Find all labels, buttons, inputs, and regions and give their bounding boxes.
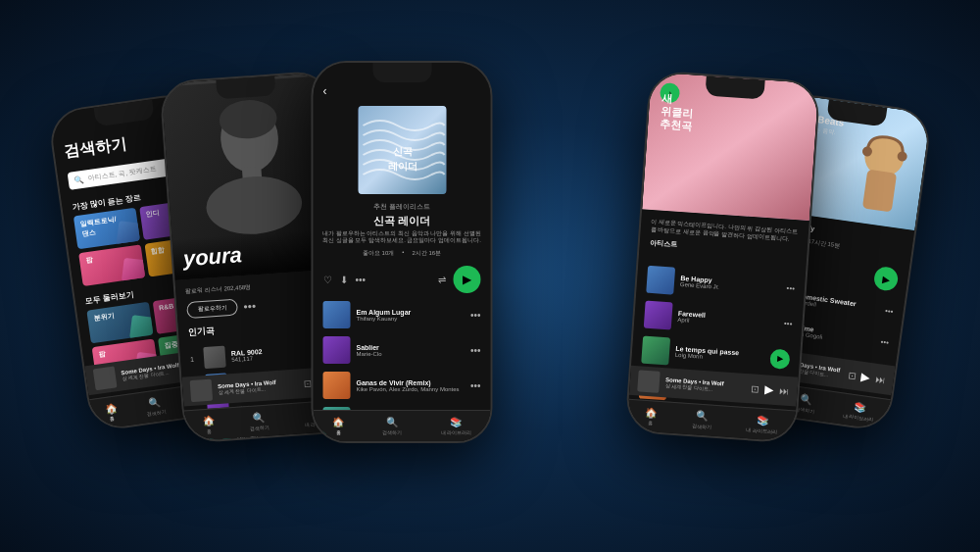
home-icon: 🏠 <box>202 415 215 427</box>
back-button[interactable]: ‹ <box>323 84 327 98</box>
search-placeholder: 아티스트, 곡, 팟캐스트 <box>87 164 157 183</box>
search-icon: 🔍 <box>800 393 812 406</box>
track-thumbnail <box>323 301 351 328</box>
now-playing-thumb <box>637 370 660 392</box>
weekly-cover: ♪ 새위클리추천곡 <box>642 72 818 221</box>
nav-search[interactable]: 🔍 검색하기 <box>691 410 711 429</box>
nav-home[interactable]: 🏠 홈 <box>332 417 344 435</box>
phone-playlist: ‹ <box>312 61 493 443</box>
track-info: Ganas de Vivir (Remix) Kike Pavón, Alex … <box>357 379 465 392</box>
track-thumbnail <box>646 265 675 294</box>
track-info: Le temps qui passe Loig Morin <box>675 345 765 364</box>
now-playing-thumb <box>190 378 213 401</box>
now-playing-info: Some Days • Ira Wolf 삼 세계 찬물 다이트... <box>121 361 182 381</box>
svg-text:레이더: 레이더 <box>387 161 416 172</box>
devices-icon[interactable]: ⊡ <box>751 382 760 394</box>
track-controls: ••• <box>786 283 795 293</box>
now-playing-thumb <box>93 366 118 390</box>
track-info: Farewell April <box>677 310 778 329</box>
play-button[interactable]: ▶ <box>769 348 790 369</box>
nav-library[interactable]: 📚 내 라이브러리 <box>441 417 471 435</box>
home-icon: 🏠 <box>332 417 344 427</box>
library-icon: 📚 <box>450 417 462 427</box>
play-icon[interactable]: ▶ <box>860 369 871 383</box>
track-controls: ••• <box>784 319 793 328</box>
playback-controls: ⊡ ▶ ⏭ <box>847 367 887 385</box>
devices-icon[interactable]: ⊡ <box>847 369 856 380</box>
more-icon[interactable]: ••• <box>470 380 481 391</box>
more-icon[interactable]: ••• <box>470 345 481 356</box>
playlist-stats: 좋아요 10개 • 2시간 16분 <box>314 245 491 262</box>
track-controls: ▶ <box>769 348 790 369</box>
playlist-main-title: 신곡 레이더 <box>314 214 491 228</box>
search-icon: 🔍 <box>74 175 84 184</box>
next-icon[interactable]: ⏭ <box>875 373 886 384</box>
home-icon: 🏠 <box>645 406 658 418</box>
track-info: Sablier Marie-Clo <box>357 344 465 357</box>
list-item[interactable]: Sablier Marie-Clo ••• <box>314 332 491 368</box>
track-info: Em Algum Lugar Thifany Kauany <box>357 309 465 322</box>
nav-library[interactable]: 📚 내 라이브러리 <box>746 414 778 434</box>
play-button[interactable]: ▶ <box>873 265 900 291</box>
search-icon: 🔍 <box>386 417 398 427</box>
genre-img <box>116 221 139 247</box>
nav-home[interactable]: 🏠 홈 <box>104 402 119 422</box>
list-item[interactable]: Ganas de Vivir (Remix) Kike Pavón, Alex … <box>314 368 491 403</box>
more-icon[interactable]: ••• <box>885 306 895 316</box>
svg-rect-13 <box>862 169 897 212</box>
search-icon: 🔍 <box>696 410 709 422</box>
library-icon: 📚 <box>854 401 866 414</box>
track-thumbnail <box>323 336 351 364</box>
nav-search[interactable]: 🔍 검색하기 <box>382 417 402 435</box>
genre-img <box>129 315 153 341</box>
playlist-description: 내가 팔로우하는 아티스트의 최신 음악과 나만을 위해 선별된 최신 싱글을 … <box>314 230 491 246</box>
genre-img <box>121 257 144 283</box>
track-info: Domestic Sweater Wardell <box>797 291 881 316</box>
more-icon[interactable]: ••• <box>784 319 793 328</box>
left-controls: ♡ ⬇ ••• <box>323 275 367 285</box>
track-info: RAL 9002 541,117 <box>231 343 322 362</box>
more-options-icon[interactable]: ••• <box>243 299 257 314</box>
more-icon[interactable]: ••• <box>786 283 795 293</box>
next-icon[interactable]: ⏭ <box>779 384 790 396</box>
genre-pop[interactable]: 팝 <box>78 244 145 286</box>
more-icon[interactable]: ••• <box>880 336 890 346</box>
more-icon[interactable]: ••• <box>470 310 481 321</box>
weekly-title: 새위클리추천곡 <box>660 92 695 133</box>
phones-container: 검색하기 🔍 아티스트, 곡, 팟캐스트 가장 많이 듣는 장르 일렉트로닉/댄… <box>20 22 960 531</box>
svg-text:신곡: 신곡 <box>392 146 412 157</box>
download-icon[interactable]: ⬇ <box>340 275 348 285</box>
now-playing-info: Some Days • Ira Wolf 삼 세계 찬물 다이트... <box>218 377 299 395</box>
nav-home[interactable]: 🏠 홈 <box>645 406 658 426</box>
nav-library[interactable]: 📚 내 라이브러리 <box>843 399 876 422</box>
nav-search[interactable]: 🔍 검색하기 <box>249 411 270 430</box>
search-nav-icon: 🔍 <box>148 396 161 409</box>
bottom-nav: 🏠 홈 🔍 검색하기 📚 내 라이브러리 <box>314 410 491 441</box>
follow-button[interactable]: 팔로우하기 <box>186 298 238 319</box>
artist-name: youra <box>182 236 331 272</box>
playback-controls: ⊡ ▶ ⏭ <box>751 381 790 398</box>
nav-home[interactable]: 🏠 홈 <box>202 415 215 434</box>
library-icon: 📚 <box>756 414 768 426</box>
search-icon: 🔍 <box>253 411 266 423</box>
heart-icon[interactable]: ♡ <box>323 275 332 285</box>
shuffle-icon[interactable]: ⇌ <box>438 275 446 285</box>
track-thumbnail <box>323 372 351 399</box>
track-info: Chime Alan Gogoli <box>792 323 876 347</box>
track-thumbnail <box>644 300 673 329</box>
track-thumbnail <box>641 335 670 365</box>
list-item[interactable]: Em Algum Lugar Thifany Kauany ••• <box>314 297 491 332</box>
playlist-controls: ♡ ⬇ ••• ⇌ ▶ <box>314 262 491 297</box>
playlist-subtitle: 추천 플레이리스트 <box>314 202 491 212</box>
play-button[interactable]: ▶ <box>454 266 481 293</box>
play-icon[interactable]: ▶ <box>764 382 774 397</box>
phone-weekly: ♪ 새위클리추천곡 이 새로운 믹스테이프입니다. 나만의 위 감상된 아티스트… <box>624 70 820 443</box>
home-icon: 🏠 <box>104 402 117 415</box>
more-icon[interactable]: ••• <box>356 275 367 285</box>
now-playing-info: Some Days • Ira Wolf 삼 세계 찬물 다이트... <box>664 376 746 394</box>
track-thumbnail <box>203 345 225 368</box>
weekly-badge-text: 새위클리추천곡 <box>660 92 695 133</box>
nav-search[interactable]: 🔍 검색하기 <box>144 395 166 417</box>
playlist-cover: 신곡 레이더 <box>358 106 446 194</box>
track-info: Be Happy Gene Evaro Jr. <box>680 275 781 294</box>
